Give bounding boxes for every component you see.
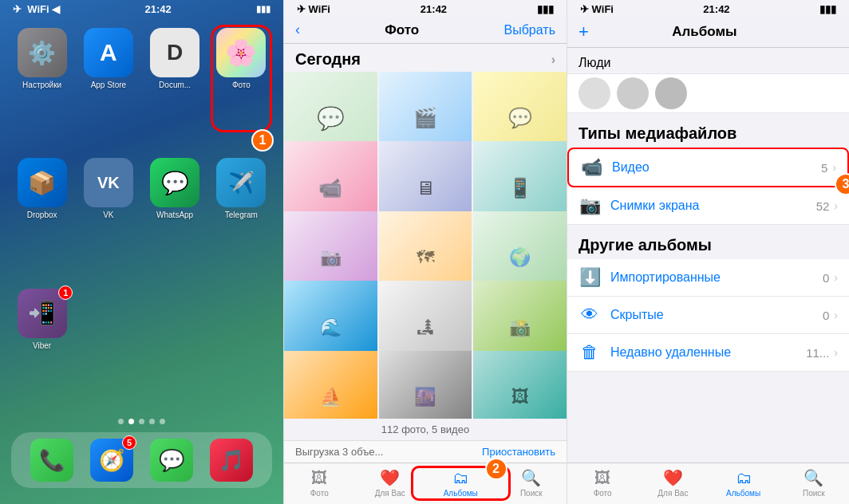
dot-1 bbox=[118, 419, 124, 424]
hidden-count: 0 bbox=[823, 309, 829, 322]
app-photos[interactable]: 🌸 Фото 1 bbox=[214, 28, 269, 147]
video-icon: 📹 bbox=[580, 157, 602, 178]
albums-tab-bar: 🖼 Фото ❤️ Для Вас 🗂 Альбомы 🔍 Поиск bbox=[567, 463, 849, 504]
album-recently-deleted[interactable]: 🗑 Недавно удаленные 11... › bbox=[567, 334, 849, 372]
albums-nav-bar: + Альбомы bbox=[567, 17, 849, 48]
album-video[interactable]: 📹 Видео 5 › 3 bbox=[567, 148, 849, 187]
app-telegram[interactable]: ✈️ Telegram bbox=[214, 158, 269, 277]
album-imported[interactable]: ⬇️ Импортированные 0 › bbox=[567, 259, 849, 297]
app-viber-label: Viber bbox=[33, 341, 51, 350]
video-count: 5 bbox=[821, 161, 827, 175]
deleted-icon: 🗑 bbox=[579, 342, 601, 363]
tab-albums[interactable]: 🗂 Альбомы 2 bbox=[425, 469, 496, 498]
tab-fotos-label: Фото bbox=[310, 489, 329, 498]
status-airplane: ✈ WiFi ◀ bbox=[13, 3, 60, 15]
imported-album-name: Импортированные bbox=[610, 270, 823, 285]
dock-messages[interactable]: 💬 bbox=[150, 439, 193, 482]
photo-grid: 💬 🎬 0:37 💬 📹 🖥 📱 📷 🗺 🌍 🌊 0:32 bbox=[284, 72, 567, 419]
panel3-albums: ✈ WiFi 21:42 ▮▮▮ + Альбомы Люди Типы мед… bbox=[567, 0, 849, 504]
deleted-album-name: Недавно удаленные bbox=[610, 345, 806, 360]
person-thumb-2 bbox=[617, 77, 649, 109]
media-types-title: Типы медиафайлов bbox=[567, 113, 849, 148]
tab3-search[interactable]: 🔍 Поиск bbox=[779, 468, 849, 498]
pause-upload-button[interactable]: Приостановить bbox=[482, 446, 555, 458]
panel1-home-screen: ✈ WiFi ◀ 21:42 ▮▮▮ ⚙️ Настройки A App St… bbox=[0, 0, 283, 504]
app-settings[interactable]: ⚙️ Настройки bbox=[14, 28, 69, 147]
upload-bar: Выгрузка 3 объе... Приостановить bbox=[284, 440, 567, 463]
tab3-fotos[interactable]: 🖼 Фото bbox=[567, 469, 638, 498]
people-label: Люди bbox=[579, 56, 610, 69]
select-button[interactable]: Выбрать bbox=[504, 23, 555, 37]
tab-search-label: Поиск bbox=[520, 489, 543, 498]
dot-5 bbox=[160, 419, 165, 424]
tab3-albums[interactable]: 🗂 Альбомы bbox=[709, 469, 779, 498]
battery-icon: ▮▮▮ bbox=[256, 4, 270, 14]
app-viber[interactable]: 📲 1 Viber bbox=[14, 289, 69, 408]
albums-content: Люди Типы медиафайлов 📹 Видео 5 › 3 📷 Сн… bbox=[567, 48, 849, 463]
nav-back-button[interactable]: ‹ bbox=[295, 22, 300, 38]
tab-albums-icon: 🗂 bbox=[452, 469, 468, 487]
status-signal-2: ✈ WiFi bbox=[297, 3, 330, 15]
people-thumbnails bbox=[567, 73, 849, 113]
albums-title: Альбомы bbox=[672, 24, 736, 40]
dock-phone[interactable]: 📞 bbox=[30, 439, 73, 482]
app-whatsapp[interactable]: 💬 WhatsApp bbox=[148, 158, 203, 277]
tab3-for-you[interactable]: ❤️ Для Вас bbox=[638, 468, 708, 498]
panel2-photos: ✈ WiFi 21:42 ▮▮▮ ‹ Фото Выбрать Сегодня … bbox=[283, 0, 567, 504]
dock-music[interactable]: 🎵 bbox=[210, 439, 253, 482]
dock-safari[interactable]: 🧭 5 bbox=[90, 439, 133, 482]
imported-icon: ⬇️ bbox=[579, 267, 601, 288]
safari-badge: 5 bbox=[122, 435, 136, 450]
app-documents[interactable]: D Docum... bbox=[148, 28, 203, 147]
status-bar-2: ✈ WiFi 21:42 ▮▮▮ bbox=[284, 0, 567, 17]
status-battery-2: ▮▮▮ bbox=[537, 3, 554, 15]
tab-fotos-icon: 🖼 bbox=[311, 469, 327, 487]
app-telegram-label: Telegram bbox=[225, 211, 258, 219]
tab3-fotos-label: Фото bbox=[594, 489, 612, 498]
album-hidden[interactable]: 👁 Скрытые 0 › bbox=[567, 297, 849, 334]
tab3-foryou-label: Для Вас bbox=[657, 489, 688, 498]
screenshots-count: 52 bbox=[816, 199, 830, 213]
today-chevron: › bbox=[551, 53, 555, 67]
tab-foryou-label: Для Вас bbox=[375, 489, 405, 498]
app-photos-label: Фото bbox=[232, 81, 251, 89]
tab-fotos[interactable]: 🖼 Фото bbox=[284, 469, 355, 498]
other-albums-title: Другие альбомы bbox=[567, 225, 849, 259]
imported-count: 0 bbox=[823, 271, 829, 285]
app-vk[interactable]: VK VK bbox=[81, 158, 136, 277]
photo-cell-13[interactable]: ⛵ 1:52 bbox=[284, 351, 377, 419]
tab-foryou-icon: ❤️ bbox=[380, 468, 400, 487]
album-screenshots[interactable]: 📷 Снимки экрана 52 › bbox=[567, 187, 849, 225]
app-whatsapp-label: WhatsApp bbox=[156, 211, 193, 219]
dot-2 bbox=[128, 419, 134, 424]
deleted-count: 11... bbox=[806, 346, 829, 360]
tab3-fotos-icon: 🖼 bbox=[594, 469, 610, 487]
imported-chevron: › bbox=[834, 271, 838, 284]
deleted-chevron: › bbox=[834, 346, 838, 359]
app-appstore[interactable]: A App Store bbox=[81, 28, 136, 147]
hidden-chevron: › bbox=[834, 309, 838, 321]
add-album-button[interactable]: + bbox=[579, 22, 589, 42]
tab-albums-label: Альбомы bbox=[444, 489, 478, 498]
app-dropbox[interactable]: 📦 Dropbox bbox=[14, 158, 69, 277]
app-appstore-label: App Store bbox=[91, 81, 126, 89]
person-thumb-3 bbox=[655, 77, 687, 109]
person-thumb-1 bbox=[579, 77, 610, 109]
dot-3 bbox=[139, 419, 144, 424]
upload-text: Выгрузка 3 объе... bbox=[295, 446, 383, 458]
tab3-search-label: Поиск bbox=[803, 489, 825, 498]
app-documents-label: Docum... bbox=[159, 81, 191, 89]
photo-cell-14[interactable]: 🌆 0:11 bbox=[379, 351, 472, 419]
photos-nav-bar: ‹ Фото Выбрать bbox=[284, 17, 567, 44]
app-dropbox-label: Dropbox bbox=[27, 211, 57, 219]
tab-for-you[interactable]: ❤️ Для Вас bbox=[355, 468, 426, 498]
today-section-header: Сегодня › bbox=[284, 44, 567, 72]
hidden-album-name: Скрытые bbox=[610, 308, 823, 322]
status-time-1: 21:42 bbox=[144, 3, 171, 15]
page-dots bbox=[0, 419, 283, 424]
video-chevron: › bbox=[832, 161, 836, 174]
photos-tab-bar: 🖼 Фото ❤️ Для Вас 🗂 Альбомы 2 🔍 Поиск bbox=[284, 463, 567, 504]
photo-count: 112 фото, 5 видео bbox=[284, 419, 567, 440]
screenshots-album-name: Снимки экрана bbox=[610, 199, 816, 213]
photo-cell-15[interactable]: 🖼 bbox=[473, 351, 567, 419]
